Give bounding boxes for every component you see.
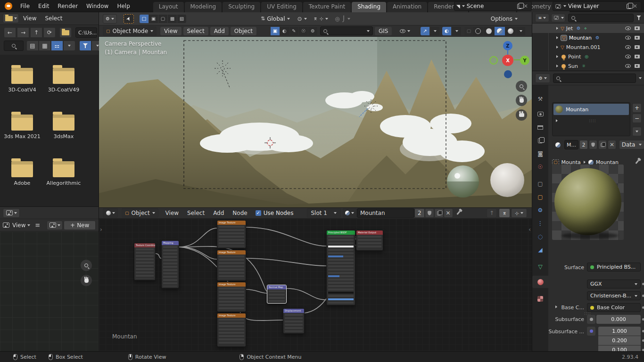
new-image-button[interactable]: +New bbox=[64, 221, 96, 230]
region-expand-right-icon[interactable]: ‹ bbox=[528, 226, 531, 233]
tab-collection[interactable]: ▢ bbox=[532, 178, 548, 190]
view-menu[interactable]: View bbox=[160, 27, 181, 35]
file-search-input[interactable] bbox=[4, 41, 24, 51]
resize-grip[interactable]: :::: bbox=[589, 119, 596, 123]
properties-search-input[interactable] bbox=[553, 74, 636, 83]
outliner-row-mountan[interactable]: ▽ Mountan ⚙ bbox=[532, 33, 644, 42]
expand-icon[interactable] bbox=[555, 305, 557, 308]
node-select-menu[interactable]: Select bbox=[183, 210, 209, 216]
new-view-layer-icon[interactable] bbox=[627, 4, 631, 9]
shader-editor-type-button[interactable] bbox=[103, 208, 118, 218]
render-visibility-icon[interactable] bbox=[635, 64, 640, 68]
tab-material[interactable] bbox=[532, 276, 548, 288]
subsurface-method-dropdown[interactable]: Christensen-B... bbox=[587, 291, 641, 300]
tab-modeling[interactable]: Modeling bbox=[185, 2, 222, 12]
refresh-button[interactable]: ⟳ bbox=[43, 27, 56, 38]
tab-object[interactable]: ▢ bbox=[532, 191, 548, 203]
image-editor-type-button[interactable] bbox=[3, 208, 20, 218]
tab-view-layer[interactable] bbox=[532, 134, 548, 147]
tab-uv-editing[interactable]: UV Editing bbox=[261, 2, 302, 12]
subsurface-radius-socket[interactable] bbox=[587, 327, 595, 336]
outliner-filter-icon[interactable] bbox=[636, 16, 641, 20]
node-image-texture-2[interactable]: Image Texture bbox=[217, 250, 246, 281]
shader-type-dropdown[interactable]: ▢ Object bbox=[122, 208, 158, 218]
basemap-toggle[interactable]: ▣ bbox=[271, 27, 280, 35]
axis-neg-y-handle[interactable] bbox=[489, 56, 498, 65]
material-name-short[interactable]: M... bbox=[564, 140, 578, 149]
select-subtract-button[interactable]: ▢ bbox=[158, 15, 167, 23]
node-normal-map[interactable]: Normal Map bbox=[267, 285, 287, 304]
viewport-canvas[interactable]: Camera Perspective (1) Camera | Mountan … bbox=[99, 37, 532, 207]
subsurface-socket[interactable] bbox=[587, 315, 595, 324]
fake-user-button[interactable] bbox=[425, 208, 434, 218]
fake-user-button[interactable] bbox=[589, 140, 597, 149]
node-snap-target-dropdown[interactable]: ⊹ bbox=[511, 208, 527, 218]
active-tool-dropdown[interactable]: ⚙ bbox=[103, 14, 117, 24]
material-name-field[interactable]: Mountan bbox=[357, 208, 414, 218]
new-scene-icon[interactable] bbox=[517, 4, 522, 9]
slot-specials-dropdown[interactable] bbox=[632, 127, 642, 136]
menu-icon[interactable]: ≡ bbox=[35, 222, 40, 229]
options-dropdown[interactable]: Options bbox=[491, 16, 518, 22]
remove-slot-button[interactable]: − bbox=[632, 114, 642, 123]
tab-modifiers[interactable]: ⚙ bbox=[532, 204, 548, 216]
go-parent-node-tree-button[interactable]: ↑ bbox=[487, 208, 497, 218]
outliner-scene-mode-button[interactable] bbox=[551, 14, 565, 22]
tab-physics[interactable]: ◌ bbox=[532, 230, 548, 243]
decorator-dot[interactable] bbox=[642, 295, 644, 297]
node-principled-bsdf[interactable]: Principled BSDF bbox=[326, 230, 355, 305]
tab-world[interactable]: ☉ bbox=[532, 161, 548, 173]
shading-dropdown[interactable] bbox=[516, 27, 525, 35]
orientation-dropdown[interactable]: ⇅ Global bbox=[261, 16, 290, 22]
tab-object-data[interactable]: ▽ bbox=[532, 261, 548, 273]
create-folder-button[interactable] bbox=[59, 27, 72, 38]
base-color-button[interactable]: Base Color bbox=[587, 303, 641, 312]
decorator-dot[interactable] bbox=[642, 283, 644, 285]
folder-item[interactable]: 3D-CoatV4 bbox=[1, 68, 43, 93]
expand-icon[interactable] bbox=[556, 65, 558, 67]
tab-render[interactable] bbox=[532, 108, 548, 120]
axis-z-handle[interactable]: Z bbox=[503, 41, 512, 50]
surface-shader-button[interactable]: Principled BS... bbox=[587, 263, 641, 272]
select-tool-button[interactable]: ➤ bbox=[124, 14, 134, 24]
add-menu[interactable]: Add bbox=[210, 27, 229, 35]
tab-output[interactable] bbox=[532, 121, 548, 133]
decorator-dot[interactable] bbox=[642, 306, 644, 309]
render-visibility-icon[interactable] bbox=[635, 45, 640, 49]
file-path-field[interactable]: C:\Us... bbox=[75, 27, 97, 38]
outliner-row-sun[interactable]: Sun ☼ bbox=[532, 61, 644, 71]
gizmos-dropdown[interactable] bbox=[430, 27, 439, 35]
tab-layout[interactable]: Layout bbox=[153, 2, 184, 12]
display-thumbnails-button[interactable]: ⚏ bbox=[51, 41, 63, 51]
folder-item[interactable]: 3ds Max 2021 bbox=[1, 115, 43, 140]
copy-material-button[interactable] bbox=[434, 208, 444, 218]
file-browser-type-button[interactable] bbox=[3, 14, 19, 23]
expand-icon[interactable] bbox=[556, 119, 558, 122]
back-button[interactable]: ← bbox=[4, 27, 16, 38]
node-view-menu[interactable]: View bbox=[161, 210, 183, 216]
ss-radius-r-slider[interactable]: 1.000 bbox=[598, 327, 641, 336]
node-displacement[interactable]: Displacement bbox=[283, 308, 305, 334]
tab-texture-paint[interactable]: Texture Paint bbox=[303, 2, 351, 12]
tab-constraints[interactable]: ◢ bbox=[532, 244, 548, 256]
node-image-texture-3[interactable]: Image Texture bbox=[217, 282, 246, 312]
mode-dropdown[interactable]: ▢ Object Mode bbox=[103, 26, 157, 36]
blender-logo-icon[interactable] bbox=[5, 2, 12, 10]
tab-scene[interactable]: ◙ bbox=[532, 148, 548, 160]
expand-icon[interactable] bbox=[556, 36, 558, 39]
pan-hand-button[interactable] bbox=[81, 275, 92, 286]
decorator-dot[interactable] bbox=[642, 339, 644, 342]
browse-material-button[interactable] bbox=[343, 208, 357, 218]
rendered-shading-button[interactable] bbox=[505, 27, 516, 35]
menu-edit[interactable]: Edit bbox=[34, 3, 53, 9]
users-count-button[interactable]: 2 bbox=[579, 140, 588, 149]
node-image-texture-1[interactable]: Image Texture bbox=[217, 220, 246, 248]
add-slot-button[interactable]: + bbox=[632, 103, 642, 113]
tab-shading[interactable]: Shading bbox=[352, 2, 386, 12]
material-users-button[interactable]: 2 bbox=[414, 208, 425, 218]
decorator-dot[interactable] bbox=[642, 330, 644, 332]
view-layer-selector[interactable]: View Layer ✕ bbox=[553, 1, 641, 11]
world-toggle[interactable]: ☉ bbox=[299, 27, 308, 35]
file-select-menu[interactable]: Select bbox=[41, 15, 66, 22]
unlink-material-button[interactable]: ✕ bbox=[608, 140, 616, 149]
